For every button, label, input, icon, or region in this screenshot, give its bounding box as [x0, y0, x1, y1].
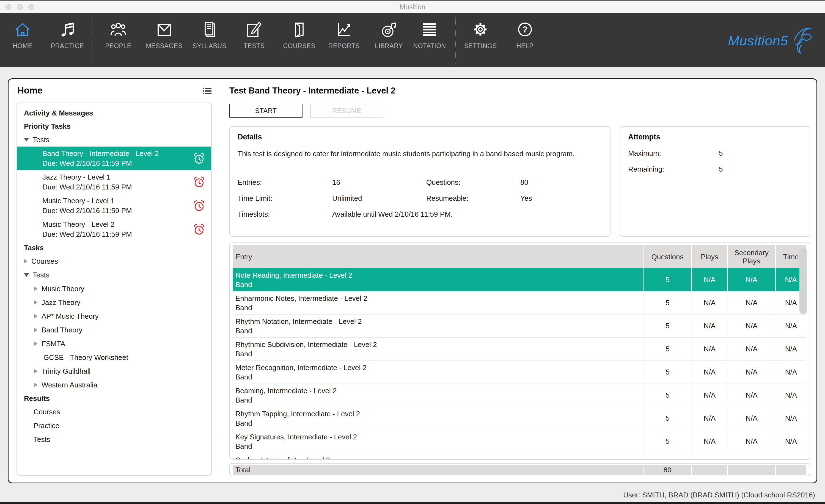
tree-item[interactable]: Practice: [17, 419, 211, 432]
tree-item[interactable]: Priority Tasks: [17, 119, 211, 133]
table-row[interactable]: Beaming, Intermediate - Level 2 Band 5 N…: [233, 384, 806, 407]
table-row[interactable]: Meter Recognition, Intermediate - Level …: [233, 361, 806, 384]
record-note-icon: [381, 21, 397, 37]
table-row[interactable]: Rhythmic Subdivision, Intermediate - Lev…: [233, 338, 806, 361]
total-label: Total: [233, 465, 643, 475]
tree-arrow-icon: [34, 383, 38, 387]
tree-item[interactable]: Western Australia: [17, 378, 211, 392]
questions-label: Questions:: [426, 178, 520, 187]
tree-item[interactable]: Results: [17, 392, 211, 405]
toolbar-item-messages[interactable]: MESSAGES: [141, 21, 188, 50]
tree-item[interactable]: Music Theory: [17, 282, 211, 296]
table-row[interactable]: Enharmonic Notes, Intermediate - Level 2…: [233, 291, 806, 315]
tree-item[interactable]: Band Theory: [17, 323, 211, 337]
staff-lines-icon: [422, 21, 438, 37]
scrollbar-thumb[interactable]: [800, 248, 807, 314]
tree-item[interactable]: FSMTA: [17, 337, 211, 351]
toolbar-item-notation[interactable]: NOTATION: [406, 21, 453, 50]
start-button[interactable]: START: [229, 104, 302, 118]
tree-item[interactable]: Activity & Messages: [17, 106, 211, 119]
total-time: [776, 465, 806, 475]
tree-item[interactable]: Trinity Guildhall: [17, 364, 211, 378]
toolbar-item-library[interactable]: LIBRARY: [366, 21, 412, 50]
toolbar-item-help[interactable]: ? HELP: [502, 21, 548, 50]
tree-arrow-icon: [34, 328, 38, 332]
table-row[interactable]: Note Reading, Intermediate - Level 2 Ban…: [233, 268, 806, 291]
alarm-clock-icon: [193, 199, 205, 212]
toolbar-item-tests[interactable]: TESTS: [231, 21, 278, 50]
column-header-entry[interactable]: Entry: [233, 245, 643, 268]
toolbar-separator: [455, 17, 456, 64]
resume-button[interactable]: RESUME: [310, 104, 383, 118]
tree-item[interactable]: Music Theory - Level 2 Due: Wed 2/10/16 …: [17, 218, 211, 241]
table-body: Note Reading, Intermediate - Level 2 Ban…: [233, 268, 806, 460]
envelope-icon: [156, 21, 172, 37]
total-row-panel: Total 80: [229, 463, 810, 476]
tree-item[interactable]: GCSE - Theory Worksheet: [17, 351, 211, 364]
total-secondary-plays: [728, 465, 775, 475]
tree-arrow-icon: [34, 341, 38, 346]
toolbar-item-practice[interactable]: PRACTICE: [44, 21, 91, 50]
chart-icon: [336, 21, 352, 37]
window-bottom-edge: [0, 502, 825, 504]
gear-icon: [472, 21, 489, 37]
tree-item[interactable]: Tests: [17, 268, 211, 282]
alarm-clock-icon: [193, 152, 205, 164]
workspace: Home Activity & Messages Priority Tasks: [0, 67, 825, 504]
table-row[interactable]: Scales, Intermediate - Level 2 Band 5 N/…: [233, 453, 806, 460]
page-title: Test Band Theory - Intermediate - Level …: [229, 86, 395, 96]
column-header-secondary-plays[interactable]: Secondary Plays: [728, 245, 775, 268]
column-header-plays[interactable]: Plays: [692, 245, 727, 268]
toolbar-item-courses[interactable]: COURSES: [276, 21, 322, 50]
titlebar: Musition: [0, 0, 825, 13]
remaining-value: 5: [719, 165, 810, 173]
tree-item[interactable]: AP* Music Theory: [17, 309, 211, 323]
attempts-heading: Attempts: [628, 133, 810, 141]
details-description: This test is designed to cater for inter…: [238, 149, 580, 159]
table-row[interactable]: Rhythm Notation, Intermediate - Level 2 …: [233, 315, 806, 338]
tree-item[interactable]: Tests: [17, 432, 211, 446]
svg-text:?: ?: [522, 24, 528, 34]
maximum-value: 5: [719, 149, 810, 158]
tree-item[interactable]: Jazz Theory: [17, 296, 211, 309]
details-heading: Details: [238, 133, 610, 141]
tree-item[interactable]: Courses: [17, 405, 211, 419]
tree-item[interactable]: Tasks: [17, 241, 211, 254]
table-scrollbar[interactable]: [799, 246, 807, 456]
entries-value: 16: [332, 178, 426, 187]
alarm-clock-icon: [193, 223, 205, 235]
list-view-icon[interactable]: [203, 87, 212, 95]
people-icon: [110, 21, 126, 37]
toolbar-item-reports[interactable]: REPORTS: [321, 21, 367, 50]
music-notes-icon: [59, 21, 75, 37]
tree-item[interactable]: Music Theory - Level 1 Due: Wed 2/10/16 …: [17, 194, 211, 218]
toolbar-item-settings[interactable]: SETTINGS: [457, 21, 504, 50]
action-buttons: START RESUME: [229, 104, 383, 118]
tree-item[interactable]: Band Theory - Intermediate - Level 2 Due…: [17, 147, 211, 170]
pencil-paper-icon: [246, 21, 262, 37]
status-user: User: SMITH, BRAD (BRAD.SMITH) (Cloud sc…: [623, 491, 815, 499]
time-limit-value: Unlimited: [332, 194, 426, 203]
table-row[interactable]: Key Signatures, Intermediate - Level 2 B…: [233, 430, 806, 453]
tree-arrow-icon: [34, 300, 38, 305]
total-row: Total 80: [233, 465, 806, 475]
table-row[interactable]: Rhythm Tapping, Intermediate - Level 2 B…: [233, 407, 806, 430]
tree-item[interactable]: Courses: [17, 254, 211, 268]
tree-arrow-icon: [34, 286, 38, 291]
entries-table-panel: Entry Questions Plays Secondary Plays Ti…: [229, 242, 810, 460]
toolbar-item-syllabus[interactable]: SYLLABUS: [186, 21, 233, 50]
statusbar: User: SMITH, BRAD (BRAD.SMITH) (Cloud sc…: [0, 485, 825, 504]
toolbar-item-people[interactable]: PEOPLE: [95, 21, 142, 50]
tree-arrow-icon: [24, 273, 29, 277]
sidebar-tree: Activity & Messages Priority Tasks Tests: [16, 102, 212, 476]
tree-item[interactable]: Tests: [17, 133, 211, 147]
tree-arrow-icon: [24, 138, 29, 142]
table-header: Entry Questions Plays Secondary Plays Ti…: [233, 245, 806, 268]
tree-arrow-icon: [34, 314, 38, 318]
tree-item[interactable]: Jazz Theory - Level 1 Due: Wed 2/10/16 1…: [17, 170, 211, 194]
column-header-questions[interactable]: Questions: [644, 245, 691, 268]
questions-value: 80: [520, 178, 610, 187]
toolbar-item-home[interactable]: HOME: [0, 21, 46, 50]
window-title: Musition: [0, 1, 825, 13]
resumeable-label: Resumeable:: [426, 194, 520, 203]
